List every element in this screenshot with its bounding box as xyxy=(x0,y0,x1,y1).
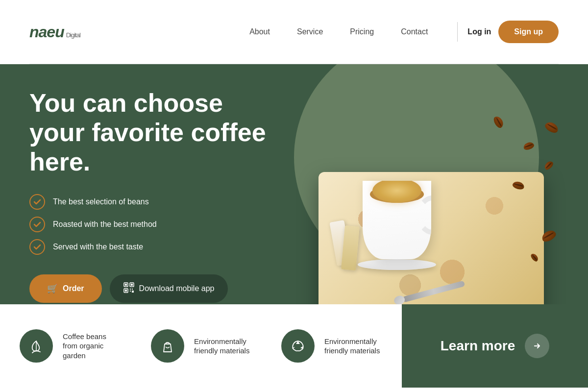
logo-text: naeu xyxy=(29,23,64,41)
coffee-bean-6 xyxy=(541,231,556,241)
nav-item-pricing[interactable]: Pricing xyxy=(350,27,374,36)
hero-section: You can choose your favorite coffee here… xyxy=(0,64,588,304)
feature-3-text: Environmentally friendly materials xyxy=(324,337,382,356)
site-header: naeuDigital About Service Pricing Contac… xyxy=(0,0,588,64)
hero-title: You can choose your favorite coffee here… xyxy=(29,89,284,176)
svg-rect-3 xyxy=(131,284,133,286)
coffee-bean-7 xyxy=(530,255,539,260)
svg-rect-8 xyxy=(130,291,131,292)
feature-2: Environmentally friendly materials xyxy=(151,329,252,363)
coffee-surface xyxy=(370,186,424,203)
feature-item-2: Roasted with the best method xyxy=(29,217,284,232)
qr-icon xyxy=(123,282,134,295)
feature-item-1: The best selection of beans xyxy=(29,194,284,210)
bottom-section: Coffee beans from organic garden Environ… xyxy=(0,304,588,388)
learn-more-panel[interactable]: Learn more xyxy=(402,304,588,388)
coffee-saucer xyxy=(358,259,436,270)
hero-buttons: 🛒 Order xyxy=(29,274,284,303)
order-button-label: Order xyxy=(63,284,84,293)
arrow-right-icon xyxy=(525,334,549,358)
feature-1-text: Coffee beans from organic garden xyxy=(63,332,122,361)
feature-3: Environmentally friendly materials xyxy=(281,329,382,363)
coffee-cup xyxy=(363,181,431,259)
feature-item-3: Served with the best taste xyxy=(29,239,284,255)
order-button[interactable]: 🛒 Order xyxy=(29,274,102,303)
nav-item-service[interactable]: Service xyxy=(297,27,323,36)
check-icon-3 xyxy=(29,239,45,255)
logo-subtext: Digital xyxy=(66,31,80,39)
coffee-foam xyxy=(372,181,421,203)
nav-item-about[interactable]: About xyxy=(249,27,270,36)
feature-1: Coffee beans from organic garden xyxy=(20,329,122,363)
check-icon-2 xyxy=(29,217,45,232)
svg-rect-9 xyxy=(132,291,134,293)
download-button[interactable]: Download mobile app xyxy=(110,274,228,303)
coffee-bean-5 xyxy=(513,182,524,189)
svg-rect-6 xyxy=(130,289,131,290)
leaf-hand-icon xyxy=(20,329,53,363)
svg-rect-1 xyxy=(125,284,127,286)
recycle-icon xyxy=(281,329,315,363)
hero-features-list: The best selection of beans Roasted with… xyxy=(29,194,284,255)
check-icon-1 xyxy=(29,194,45,210)
coffee-bean-4 xyxy=(544,162,554,169)
coffee-bean-3 xyxy=(492,118,505,126)
login-button[interactable]: Log in xyxy=(467,27,491,36)
cart-icon: 🛒 xyxy=(47,283,58,294)
coffee-bean-2 xyxy=(523,143,534,149)
nav-divider xyxy=(457,22,458,42)
signup-button[interactable]: Sign up xyxy=(498,21,559,43)
nav-item-contact[interactable]: Contact xyxy=(401,27,428,36)
svg-rect-7 xyxy=(132,289,133,290)
coffee-tray xyxy=(304,113,564,304)
main-nav: About Service Pricing Contact xyxy=(249,27,428,36)
learn-more-label: Learn more xyxy=(441,338,515,354)
feature-2-text: Environmentally friendly materials xyxy=(194,337,252,356)
coffee-bean-1 xyxy=(545,123,559,132)
hero-image-area xyxy=(255,64,588,304)
feature-text-1: The best selection of beans xyxy=(53,197,149,206)
features-bar: Coffee beans from organic garden Environ… xyxy=(0,304,402,388)
bag-icon xyxy=(151,329,184,363)
coffee-cup-wrap xyxy=(358,181,436,270)
hero-content: You can choose your favorite coffee here… xyxy=(29,89,284,303)
download-button-label: Download mobile app xyxy=(139,284,215,293)
svg-rect-5 xyxy=(125,290,127,292)
site-logo: naeuDigital xyxy=(29,23,80,41)
feature-text-3: Served with the best taste xyxy=(53,243,143,251)
feature-text-2: Roasted with the best method xyxy=(53,220,157,229)
